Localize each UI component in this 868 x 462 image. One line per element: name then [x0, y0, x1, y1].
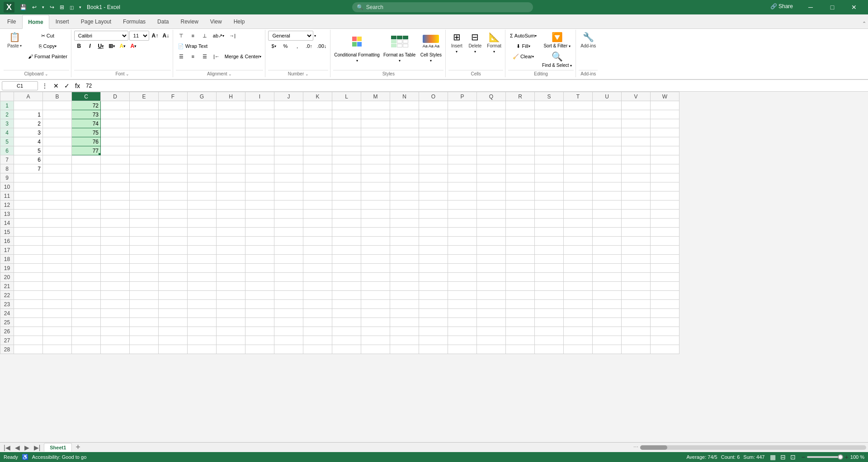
- cell-b20[interactable]: [43, 273, 72, 282]
- cell-i28[interactable]: [245, 345, 274, 354]
- font-color-button[interactable]: A▾: [128, 41, 138, 51]
- cell-b10[interactable]: [43, 182, 72, 191]
- cell-n7[interactable]: [390, 155, 419, 164]
- cell-m2[interactable]: [361, 110, 390, 119]
- cell-m6[interactable]: [361, 146, 390, 155]
- number-format-dropdown[interactable]: ▾: [314, 34, 316, 38]
- cell-m18[interactable]: [361, 255, 390, 264]
- cell-m13[interactable]: [361, 210, 390, 219]
- cell-b6[interactable]: [43, 146, 72, 155]
- cell-q5[interactable]: [477, 137, 506, 146]
- cell-a14[interactable]: [14, 219, 43, 228]
- cell-e23[interactable]: [130, 300, 159, 309]
- font-name-select[interactable]: Calibri: [74, 31, 128, 41]
- cell-i2[interactable]: [245, 110, 274, 119]
- cell-u25[interactable]: [593, 318, 622, 327]
- cell-j1[interactable]: [274, 101, 303, 110]
- cell-d25[interactable]: [101, 318, 130, 327]
- cell-v18[interactable]: [622, 255, 651, 264]
- cell-n28[interactable]: [390, 345, 419, 354]
- cell-u18[interactable]: [593, 255, 622, 264]
- cell-i4[interactable]: [245, 128, 274, 137]
- cell-w19[interactable]: [651, 264, 679, 273]
- cell-a20[interactable]: [14, 273, 43, 282]
- cell-u20[interactable]: [593, 273, 622, 282]
- cell-b25[interactable]: [43, 318, 72, 327]
- cell-a3[interactable]: 2: [14, 119, 43, 128]
- cell-h16[interactable]: [217, 237, 245, 246]
- cell-n9[interactable]: [390, 173, 419, 182]
- cell-r16[interactable]: [506, 237, 535, 246]
- cell-l16[interactable]: [332, 237, 361, 246]
- cell-p10[interactable]: [448, 182, 477, 191]
- cell-g4[interactable]: [188, 128, 217, 137]
- cell-o11[interactable]: [419, 191, 448, 201]
- cell-r25[interactable]: [506, 318, 535, 327]
- cell-k13[interactable]: [303, 210, 332, 219]
- cell-w21[interactable]: [651, 282, 679, 291]
- cell-r27[interactable]: [506, 336, 535, 345]
- cell-p2[interactable]: [448, 110, 477, 119]
- cell-q6[interactable]: [477, 146, 506, 155]
- cell-a27[interactable]: [14, 336, 43, 345]
- cell-s8[interactable]: [535, 164, 564, 173]
- cell-d19[interactable]: [101, 264, 130, 273]
- cell-t3[interactable]: [564, 119, 593, 128]
- cell-d27[interactable]: [101, 336, 130, 345]
- cell-d9[interactable]: [101, 173, 130, 182]
- cell-v25[interactable]: [622, 318, 651, 327]
- find-select-button[interactable]: 🔍 Find & Select ▾: [540, 50, 574, 69]
- cell-s4[interactable]: [535, 128, 564, 137]
- cell-c18[interactable]: [72, 255, 101, 264]
- cell-d24[interactable]: [101, 309, 130, 318]
- cell-r11[interactable]: [506, 191, 535, 201]
- cell-u4[interactable]: [593, 128, 622, 137]
- cell-g23[interactable]: [188, 300, 217, 309]
- cell-r22[interactable]: [506, 291, 535, 300]
- cell-k25[interactable]: [303, 318, 332, 327]
- cell-c28[interactable]: [72, 345, 101, 354]
- cell-p25[interactable]: [448, 318, 477, 327]
- cell-g15[interactable]: [188, 228, 217, 237]
- cell-k27[interactable]: [303, 336, 332, 345]
- zoom-slider[interactable]: [807, 456, 843, 458]
- save-button[interactable]: 💾: [18, 3, 28, 11]
- cell-d21[interactable]: [101, 282, 130, 291]
- cell-f16[interactable]: [159, 237, 188, 246]
- cell-r10[interactable]: [506, 182, 535, 191]
- cell-v21[interactable]: [622, 282, 651, 291]
- cell-i25[interactable]: [245, 318, 274, 327]
- cell-e5[interactable]: [130, 137, 159, 146]
- cell-a15[interactable]: [14, 228, 43, 237]
- cell-w11[interactable]: [651, 191, 679, 201]
- cell-j25[interactable]: [274, 318, 303, 327]
- increase-decimal-button[interactable]: .0↑: [303, 41, 314, 51]
- col-header-a[interactable]: A: [14, 92, 43, 101]
- cell-q19[interactable]: [477, 264, 506, 273]
- cell-f9[interactable]: [159, 173, 188, 182]
- cell-v26[interactable]: [622, 327, 651, 336]
- cell-k8[interactable]: [303, 164, 332, 173]
- cell-l20[interactable]: [332, 273, 361, 282]
- customize-button[interactable]: ▾: [77, 4, 83, 10]
- cell-b1[interactable]: [43, 101, 72, 110]
- cell-f18[interactable]: [159, 255, 188, 264]
- cell-i14[interactable]: [245, 219, 274, 228]
- cell-s2[interactable]: [535, 110, 564, 119]
- cell-o12[interactable]: [419, 201, 448, 210]
- cell-p20[interactable]: [448, 273, 477, 282]
- cell-v17[interactable]: [622, 246, 651, 255]
- cell-q10[interactable]: [477, 182, 506, 191]
- col-header-h[interactable]: H: [217, 92, 245, 101]
- tab-help[interactable]: Help: [228, 14, 250, 28]
- cell-p3[interactable]: [448, 119, 477, 128]
- cell-q8[interactable]: [477, 164, 506, 173]
- cell-m14[interactable]: [361, 219, 390, 228]
- format-painter-button[interactable]: 🖌 Format Painter: [26, 51, 69, 61]
- cell-c2[interactable]: 73: [72, 110, 101, 119]
- cell-m16[interactable]: [361, 237, 390, 246]
- cell-l26[interactable]: [332, 327, 361, 336]
- col-header-e[interactable]: E: [130, 92, 159, 101]
- cell-g14[interactable]: [188, 219, 217, 228]
- col-header-q[interactable]: Q: [477, 92, 506, 101]
